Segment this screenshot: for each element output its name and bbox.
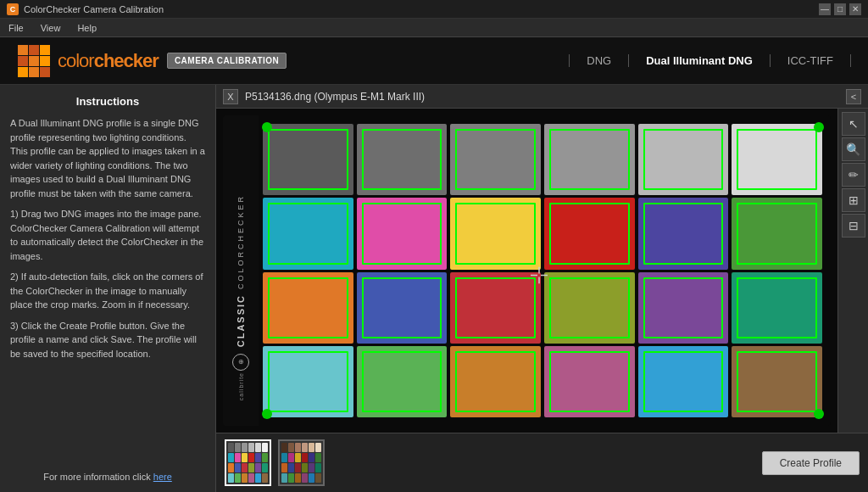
- swatch-teal: [732, 272, 822, 344]
- swatch-grid: [259, 120, 826, 422]
- corner-bl: [262, 409, 272, 419]
- swatch-row-2: [263, 198, 822, 269]
- swatch-violet: [638, 272, 729, 344]
- swatch-blue: [357, 272, 448, 344]
- instructions-title: Instructions: [10, 95, 205, 108]
- svg-rect-2: [40, 45, 50, 55]
- corner-tr: [814, 122, 824, 132]
- logo-badge: CAMERA CALIBRATION: [167, 53, 287, 69]
- menu-view[interactable]: View: [37, 21, 64, 35]
- instruction-step2: 2) If auto-detection fails, click on the…: [10, 270, 205, 312]
- image-area[interactable]: colorchecker CLASSIC: [216, 109, 868, 433]
- swatch-row-1: [263, 124, 822, 195]
- footer-text: For more information click: [43, 472, 151, 482]
- nav-icc-tiff[interactable]: ICC-TIFF: [771, 54, 851, 67]
- main-area: Instructions A Dual Illuminant DNG profi…: [0, 85, 868, 492]
- menubar: File View Help: [0, 19, 868, 37]
- maximize-button[interactable]: □: [834, 3, 846, 15]
- swatch-brown: [732, 346, 822, 417]
- edit-tool[interactable]: ✏: [842, 163, 865, 187]
- swatch-yellow: [450, 198, 541, 269]
- swatch-crimson: [450, 272, 541, 344]
- swatch-gray1: [263, 124, 353, 195]
- svg-rect-6: [18, 67, 28, 77]
- brand-classic: CLASSIC: [236, 294, 246, 347]
- more-info-link[interactable]: here: [153, 472, 172, 482]
- image-header: X P5134136.dng (Olympus E-M1 Mark III) <: [216, 85, 868, 109]
- card-bg: colorchecker CLASSIC: [223, 115, 831, 426]
- menu-help[interactable]: Help: [74, 21, 100, 35]
- close-window-button[interactable]: ✕: [849, 3, 861, 15]
- swatch-row-4: [263, 346, 822, 417]
- swatch-pink: [544, 346, 635, 417]
- instruction-step3: 3) Click the Create Profile button. Give…: [10, 319, 205, 361]
- thumbnail-1[interactable]: [225, 439, 271, 486]
- svg-rect-4: [29, 56, 39, 66]
- file-label: P5134136.dng (Olympus E-M1 Mark III): [245, 91, 425, 103]
- image-header-left: X P5134136.dng (Olympus E-M1 Mark III): [223, 89, 425, 104]
- calibrite-label: calibrite: [238, 372, 244, 400]
- instruction-intro: A Dual Illuminant DNG profile is a singl…: [10, 116, 205, 200]
- swatch-olive: [544, 272, 635, 344]
- tool-panel: ↖ 🔍 ✏ ⊞ ⊟: [837, 109, 868, 433]
- svg-rect-8: [40, 67, 50, 77]
- menu-file[interactable]: File: [5, 21, 27, 35]
- corner-tl: [262, 122, 272, 132]
- app-title: ColorChecker Camera Calibration: [24, 4, 164, 14]
- logo-icon: [18, 45, 50, 77]
- nav-links: DNG Dual Illuminant DNG ICC-TIFF: [569, 54, 851, 67]
- corner-br: [814, 409, 824, 419]
- calibrite-icon: ⊕: [232, 354, 249, 371]
- swatch-gray3: [450, 124, 541, 195]
- swatch-lightgreen: [357, 346, 448, 417]
- nav-right-button[interactable]: <: [846, 89, 861, 104]
- calibrite-area: ⊕ calibrite: [223, 354, 259, 400]
- swatch-amber: [450, 346, 541, 417]
- thumbnails: [225, 439, 325, 486]
- nav-dng[interactable]: DNG: [569, 54, 629, 67]
- footer-link: For more information click here: [10, 472, 205, 482]
- swatch-gray6: [732, 124, 822, 195]
- close-image-button[interactable]: X: [223, 89, 238, 104]
- instructions-text: A Dual Illuminant DNG profile is a singl…: [10, 116, 205, 463]
- logo-color: color: [58, 50, 94, 72]
- grid-minus-tool[interactable]: ⊟: [842, 214, 865, 238]
- titlebar-left: C ColorChecker Camera Calibration: [7, 3, 164, 15]
- swatch-cyan: [263, 198, 353, 269]
- swatch-gray4: [544, 124, 635, 195]
- swatch-red: [544, 198, 635, 269]
- left-panel: Instructions A Dual Illuminant DNG profi…: [0, 85, 216, 492]
- svg-rect-5: [40, 56, 50, 66]
- swatch-magenta: [357, 198, 448, 269]
- svg-rect-0: [18, 45, 28, 55]
- swatch-purple: [638, 198, 729, 269]
- minimize-button[interactable]: —: [819, 3, 831, 15]
- swatch-green: [732, 198, 822, 269]
- svg-rect-7: [29, 67, 39, 77]
- titlebar: C ColorChecker Camera Calibration — □ ✕: [0, 0, 868, 19]
- swatch-gray2: [357, 124, 448, 195]
- thumbnail-2[interactable]: [278, 439, 325, 486]
- zoom-tool[interactable]: 🔍: [842, 137, 865, 161]
- swatch-skyblue: [638, 346, 729, 417]
- swatch-lightcyan: [263, 346, 353, 417]
- image-strip: Create Profile: [216, 433, 868, 492]
- svg-rect-3: [18, 56, 28, 66]
- topnav: colorchecker CAMERA CALIBRATION DNG Dual…: [0, 37, 868, 85]
- arrow-tool[interactable]: ↖: [842, 112, 865, 136]
- swatch-row-3: [263, 272, 822, 344]
- instruction-step1: 1) Drag two DNG images into the image pa…: [10, 207, 205, 263]
- app-icon: C: [7, 3, 19, 15]
- nav-dual-illuminant[interactable]: Dual Illuminant DNG: [629, 54, 771, 67]
- logo: colorchecker CAMERA CALIBRATION: [17, 44, 287, 78]
- grid-tool[interactable]: ⊞: [842, 188, 865, 212]
- right-panel: X P5134136.dng (Olympus E-M1 Mark III) <…: [216, 85, 868, 492]
- create-profile-button[interactable]: Create Profile: [762, 451, 860, 475]
- brand-colorchecker: colorchecker: [236, 194, 245, 289]
- swatch-orange: [263, 272, 353, 344]
- window-controls: — □ ✕: [819, 3, 861, 15]
- svg-rect-1: [29, 45, 39, 55]
- swatch-gray5: [638, 124, 729, 195]
- logo-checker: checker: [94, 50, 159, 72]
